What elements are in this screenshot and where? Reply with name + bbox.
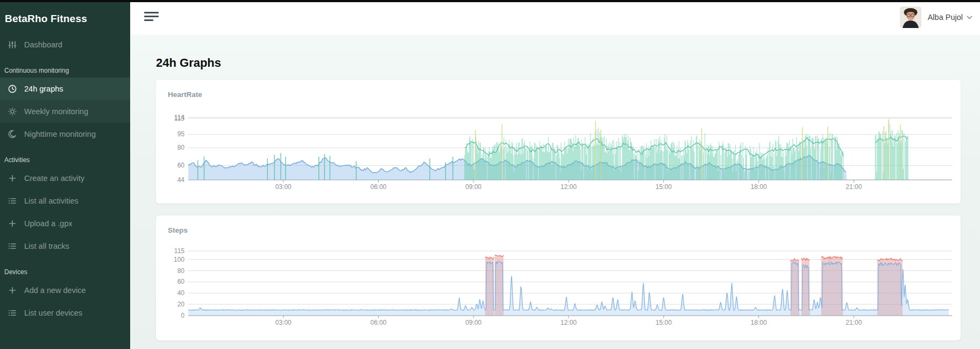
sidebar-item-create-an-activity[interactable]: Create an activity	[0, 167, 130, 190]
sidebar-item-label: Nighttime monitoring	[24, 130, 96, 138]
y-tick-label: 60	[177, 162, 185, 169]
plus-icon	[7, 285, 18, 296]
x-tick-label: 15:00	[656, 319, 672, 326]
y-tick-label: 115	[174, 247, 184, 255]
x-tick-label: 09:00	[465, 183, 481, 191]
y-tick-label: 0	[181, 312, 184, 319]
avatar	[900, 6, 921, 28]
y-tick-label: 60	[177, 278, 185, 285]
heartrate-chart-svg: 4460809511311403:0006:0009:0012:0015:001…	[168, 100, 952, 194]
x-tick-label: 18:00	[751, 319, 767, 326]
x-tick-label: 12:00	[560, 319, 577, 326]
heartrate-card: HeartRate 4460809511311403:0006:0009:001…	[156, 80, 961, 204]
x-tick-label: 15:00	[656, 183, 672, 191]
steps-card: Steps 02040608010011503:0006:0009:0012:0…	[156, 215, 961, 340]
page-title: 24h Graphs	[156, 56, 961, 70]
main-content: 24h Graphs HeartRate 4460809511311403:00…	[130, 34, 980, 349]
clock-icon	[7, 83, 18, 94]
user-name: Alba Pujol	[928, 13, 963, 22]
sidebar-item-list-all-tracks[interactable]: List all tracks	[0, 235, 130, 257]
app-title: BetaRho Fitness	[0, 0, 130, 30]
sidebar-item-list-user-devices[interactable]: List user devices	[0, 302, 130, 324]
sidebar-item-24h-graphs[interactable]: 24h graphs	[0, 78, 130, 100]
sidebar-item-dashboard[interactable]: Dashboard	[0, 33, 130, 56]
heartrate-chart: 4460809511311403:0006:0009:0012:0015:001…	[168, 100, 952, 197]
y-tick-label: 20	[177, 301, 185, 308]
activity-bars	[465, 128, 843, 180]
sidebar-item-label: Upload a .gpx	[24, 219, 72, 228]
list-icon	[7, 308, 18, 318]
sidebar-section-continuous-monitoring: Continuous monitoring	[0, 56, 130, 78]
steps-chart: 02040608010011503:0006:0009:0012:0015:00…	[168, 235, 952, 332]
sidebar-item-add-a-new-device[interactable]: Add a new device	[0, 279, 130, 302]
activity-bars	[875, 121, 908, 180]
x-tick-label: 06:00	[371, 319, 387, 326]
chevron-down-icon	[967, 16, 972, 19]
sun-icon	[7, 106, 18, 117]
x-tick-label: 09:00	[465, 319, 481, 326]
y-tick-label: 100	[174, 256, 184, 263]
y-tick-label: 95	[177, 130, 185, 138]
x-tick-label: 06:00	[371, 183, 387, 191]
sidebar-item-nighttime-monitoring[interactable]: Nighttime monitoring	[0, 123, 130, 145]
moon-icon	[7, 129, 18, 139]
list-icon	[7, 196, 18, 206]
sidebar-item-weekly-monitoring[interactable]: Weekly monitoring	[0, 100, 130, 123]
x-tick-label: 21:00	[846, 183, 862, 191]
sidebar-item-label: 24h graphs	[24, 85, 63, 93]
sidebar-item-label: List all tracks	[24, 242, 69, 250]
window-top-edge	[0, 0, 980, 2]
sidebar: BetaRho Fitness DashboardContinuous moni…	[0, 0, 130, 349]
sidebar-item-label: List user devices	[24, 309, 82, 317]
x-tick-label: 18:00	[751, 183, 767, 191]
sidebar-item-label: Add a new device	[24, 286, 86, 295]
plus-icon	[7, 218, 18, 229]
sidebar-nav: DashboardContinuous monitoring24h graphs…	[0, 33, 130, 324]
steps-area	[188, 261, 949, 316]
list-icon	[7, 241, 18, 252]
sidebar-item-list-all-activities[interactable]: List all activities	[0, 190, 130, 212]
sidebar-item-label: Dashboard	[24, 40, 62, 49]
steps-chart-title: Steps	[168, 226, 952, 234]
sidebar-section-activities: Activities	[0, 145, 130, 167]
x-tick-label: 21:00	[846, 319, 862, 326]
sidebar-item-label: List all activities	[24, 197, 79, 205]
menu-toggle-button[interactable]	[144, 12, 159, 23]
sidebar-item-label: Weekly monitoring	[24, 107, 88, 116]
x-tick-label: 03:00	[275, 319, 292, 326]
topbar: Alba Pujol	[130, 0, 980, 34]
y-tick-label: 114	[174, 114, 184, 121]
sidebar-item-upload-a-gpx[interactable]: Upload a .gpx	[0, 212, 130, 235]
y-tick-label: 40	[177, 289, 185, 297]
x-tick-label: 12:00	[560, 183, 577, 191]
sidebar-section-devices: Devices	[0, 257, 130, 279]
x-tick-label: 03:00	[275, 183, 292, 191]
steps-chart-svg: 02040608010011503:0006:0009:0012:0015:00…	[168, 235, 952, 330]
user-menu[interactable]: Alba Pujol	[900, 5, 972, 29]
heartrate-chart-title: HeartRate	[168, 90, 952, 99]
sidebar-item-label: Create an activity	[24, 174, 84, 183]
y-tick-label: 80	[177, 267, 185, 275]
y-tick-label: 80	[177, 144, 185, 151]
y-tick-label: 44	[177, 176, 185, 184]
sliders-icon	[7, 39, 18, 50]
plus-icon	[7, 173, 18, 184]
